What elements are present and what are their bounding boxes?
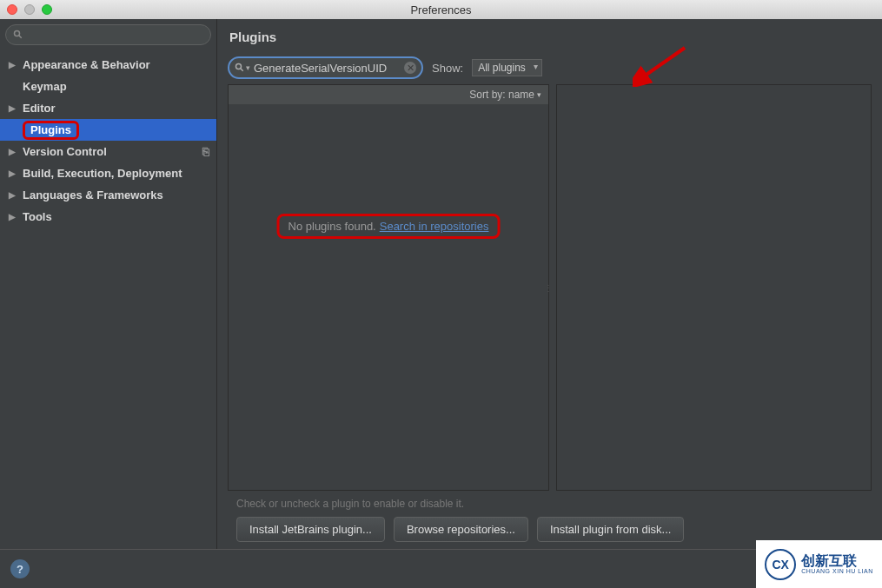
plugin-search-row: ▾ ✕ Show: All plugins (228, 56, 872, 79)
sidebar-item-build[interactable]: ▶Build, Execution, Deployment (0, 162, 216, 184)
sidebar-item-label: Editor (23, 102, 56, 115)
sidebar-item-label: Languages & Frameworks (23, 188, 163, 202)
no-plugins-message: No plugins found. Search in repositories (277, 214, 501, 239)
svg-point-0 (15, 31, 20, 36)
svg-line-4 (241, 69, 243, 71)
settings-tree: ▶Appearance & Behavior ▶Keymap ▶Editor ▶… (0, 50, 216, 228)
sidebar-item-label: Plugins (23, 121, 79, 140)
sidebar-item-label: Keymap (23, 80, 67, 93)
plugin-detail-panel (556, 84, 872, 491)
clear-search-icon[interactable]: ✕ (404, 62, 416, 74)
watermark-en: CHUANG XIN HU LIAN (801, 568, 873, 574)
content-area: Plugins ▾ ✕ Show: All plugins Sort by: n… (217, 19, 882, 549)
install-from-disk-button[interactable]: Install plugin from disk... (537, 517, 684, 542)
resize-handle[interactable]: ⋮ (544, 283, 551, 293)
sidebar: ▶Appearance & Behavior ▶Keymap ▶Editor ▶… (0, 19, 217, 549)
sort-bar[interactable]: Sort by: name▾ (229, 85, 548, 104)
plugin-search-input[interactable] (254, 62, 404, 75)
help-button[interactable]: ? (10, 559, 30, 578)
plugin-list-panel: Sort by: name▾ No plugins found. Search … (228, 84, 549, 491)
window-title: Preferences (0, 3, 882, 17)
sidebar-item-plugins[interactable]: ▶Plugins (0, 119, 216, 141)
svg-point-3 (236, 64, 242, 69)
watermark: CX 创新互联 CHUANG XIN HU LIAN (756, 540, 882, 588)
sidebar-item-version-control[interactable]: ▶Version Control⎘ (0, 141, 216, 162)
sidebar-item-label: Build, Execution, Deployment (23, 167, 182, 180)
sidebar-item-tools[interactable]: ▶Tools (0, 206, 216, 228)
sidebar-search[interactable] (5, 24, 211, 45)
titlebar: Preferences (0, 0, 882, 19)
sidebar-item-appearance[interactable]: ▶Appearance & Behavior (0, 54, 216, 76)
sidebar-item-label: Tools (23, 210, 52, 223)
search-icon (13, 30, 23, 40)
sidebar-item-languages[interactable]: ▶Languages & Frameworks (0, 184, 216, 206)
watermark-cn: 创新互联 (801, 554, 873, 568)
sidebar-item-label: Version Control (23, 145, 107, 158)
footer: ? Cancel (0, 549, 882, 588)
sidebar-item-editor[interactable]: ▶Editor (0, 97, 216, 119)
no-plugins-text: No plugins found. (288, 220, 376, 233)
chevron-down-icon: ▾ (537, 90, 541, 99)
svg-line-1 (19, 36, 22, 38)
sidebar-item-label: Appearance & Behavior (23, 58, 150, 71)
show-label: Show: (432, 62, 463, 75)
search-repositories-link[interactable]: Search in repositories (380, 220, 489, 233)
plugin-action-buttons: Install JetBrains plugin... Browse repos… (236, 517, 872, 542)
browse-repositories-button[interactable]: Browse repositories... (394, 517, 528, 542)
sidebar-item-keymap[interactable]: ▶Keymap (0, 76, 216, 97)
main-area: ▶Appearance & Behavior ▶Keymap ▶Editor ▶… (0, 19, 882, 549)
panels: Sort by: name▾ No plugins found. Search … (228, 84, 872, 491)
watermark-logo-icon: CX (765, 549, 796, 580)
page-title: Plugins (229, 30, 872, 44)
search-icon (235, 63, 245, 73)
project-settings-icon: ⎘ (202, 145, 209, 158)
hint-text: Check or uncheck a plugin to enable or d… (236, 498, 872, 510)
install-jetbrains-button[interactable]: Install JetBrains plugin... (236, 517, 385, 542)
search-options-icon[interactable]: ▾ (246, 63, 250, 72)
show-filter-select[interactable]: All plugins (472, 59, 542, 76)
plugin-search-field[interactable]: ▾ ✕ (228, 56, 423, 79)
